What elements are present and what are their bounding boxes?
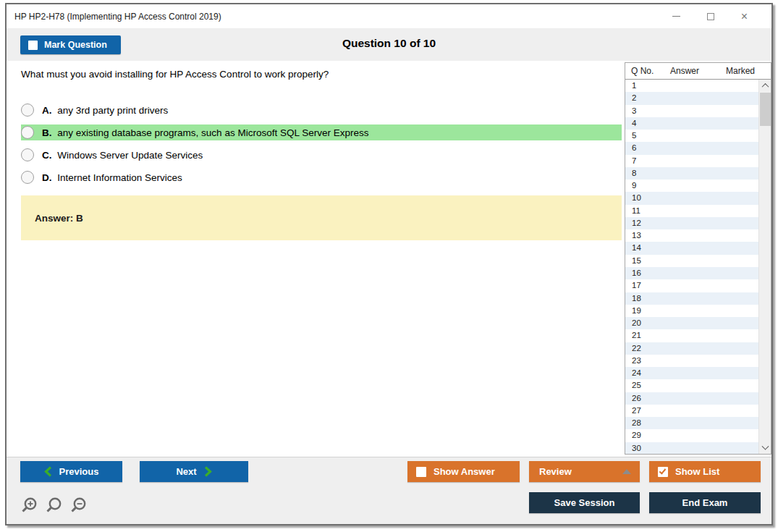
question-list-row[interactable]: 12 bbox=[625, 217, 758, 229]
question-list-panel: Q No. Answer Marked 12345678910111213141… bbox=[625, 62, 771, 455]
question-list-row[interactable]: 25 bbox=[625, 379, 758, 392]
question-list-scrollbar[interactable] bbox=[758, 80, 771, 454]
scroll-down-button[interactable] bbox=[759, 442, 771, 454]
show-list-checkbox[interactable] bbox=[658, 467, 668, 477]
zoom-controls bbox=[20, 497, 88, 515]
question-text: What must you avoid installing for HP Ac… bbox=[21, 69, 625, 80]
column-header-marked: Marked bbox=[726, 66, 755, 76]
minimize-icon bbox=[672, 16, 680, 17]
scrollbar-thumb[interactable] bbox=[760, 93, 771, 126]
question-list-body: 1234567891011121314151617181920212223242… bbox=[625, 80, 771, 454]
question-list-row[interactable]: 26 bbox=[625, 392, 758, 405]
minimize-button[interactable] bbox=[659, 4, 693, 28]
question-list-row[interactable]: 29 bbox=[625, 429, 758, 442]
question-list-row[interactable]: 3 bbox=[625, 105, 758, 117]
close-button[interactable]: × bbox=[727, 4, 761, 28]
question-list-row[interactable]: 22 bbox=[625, 342, 758, 355]
next-button[interactable]: Next bbox=[140, 461, 248, 482]
question-list-row[interactable]: 5 bbox=[625, 130, 758, 142]
option-radio[interactable] bbox=[21, 104, 34, 117]
save-session-label: Save Session bbox=[554, 497, 615, 508]
triangle-up-icon bbox=[622, 469, 631, 474]
window-title: HP HP2-H78 (Implementing HP Access Contr… bbox=[14, 12, 221, 22]
next-label: Next bbox=[176, 466, 196, 477]
end-exam-label: End Exam bbox=[682, 497, 728, 508]
scroll-up-button[interactable] bbox=[759, 80, 771, 91]
review-label: Review bbox=[539, 466, 572, 477]
question-rows: 1234567891011121314151617181920212223242… bbox=[625, 80, 771, 454]
question-list-row[interactable]: 9 bbox=[625, 180, 758, 192]
show-answer-button[interactable]: Show Answer bbox=[407, 461, 520, 482]
scroll-up-icon bbox=[762, 83, 769, 90]
previous-label: Previous bbox=[59, 466, 99, 477]
close-icon: × bbox=[741, 11, 748, 22]
question-list-row[interactable]: 4 bbox=[625, 117, 758, 130]
question-counter: Question 10 of 10 bbox=[7, 37, 771, 50]
question-list-row[interactable]: 23 bbox=[625, 355, 758, 367]
question-list-row[interactable]: 20 bbox=[625, 317, 758, 329]
question-list-row[interactable]: 24 bbox=[625, 367, 758, 379]
option-row-d[interactable]: D. Internet Information Services bbox=[21, 169, 622, 185]
question-list-row[interactable]: 8 bbox=[625, 167, 758, 180]
question-list-row[interactable]: 28 bbox=[625, 417, 758, 429]
question-list-row[interactable]: 1 bbox=[625, 80, 758, 92]
option-radio[interactable] bbox=[21, 148, 34, 161]
option-radio[interactable] bbox=[21, 126, 34, 139]
show-list-button[interactable]: Show List bbox=[649, 461, 761, 482]
question-list-row[interactable]: 18 bbox=[625, 292, 758, 305]
option-label: D. Internet Information Services bbox=[42, 172, 182, 183]
end-exam-button[interactable]: End Exam bbox=[649, 492, 761, 513]
question-list-row[interactable]: 15 bbox=[625, 255, 758, 267]
save-session-button[interactable]: Save Session bbox=[529, 492, 640, 513]
option-row-a[interactable]: A. any 3rd party print drivers bbox=[21, 102, 622, 118]
question-list-row[interactable]: 21 bbox=[625, 329, 758, 342]
answer-text: Answer: B bbox=[35, 213, 83, 224]
previous-button[interactable]: Previous bbox=[20, 461, 122, 482]
question-list-row[interactable]: 14 bbox=[625, 242, 758, 254]
chevron-left-icon bbox=[44, 466, 52, 477]
question-list-row[interactable]: 2 bbox=[625, 92, 758, 104]
maximize-button[interactable] bbox=[693, 4, 727, 28]
check-icon bbox=[659, 467, 667, 474]
question-panel: What must you avoid installing for HP Ac… bbox=[7, 61, 625, 457]
answer-box: Answer: B bbox=[21, 195, 622, 240]
question-list-row[interactable]: 17 bbox=[625, 279, 758, 292]
question-list-row[interactable]: 19 bbox=[625, 305, 758, 317]
question-list-row[interactable]: 10 bbox=[625, 192, 758, 204]
show-list-label: Show List bbox=[675, 466, 719, 477]
review-dropdown-button[interactable]: Review bbox=[529, 461, 640, 482]
zoom-in-icon[interactable] bbox=[20, 497, 38, 515]
content-area: What must you avoid installing for HP Ac… bbox=[7, 61, 771, 457]
zoom-icon[interactable] bbox=[45, 497, 63, 515]
show-answer-checkbox[interactable] bbox=[416, 467, 426, 477]
header-bar: Mark Question Question 10 of 10 bbox=[7, 28, 771, 61]
chevron-right-icon bbox=[204, 466, 212, 477]
column-header-qno: Q No. bbox=[631, 66, 654, 76]
question-list-row[interactable]: 7 bbox=[625, 155, 758, 167]
exam-window: HP HP2-H78 (Implementing HP Access Contr… bbox=[5, 3, 773, 525]
question-list-row[interactable]: 16 bbox=[625, 267, 758, 279]
scroll-down-icon bbox=[762, 442, 769, 449]
maximize-icon bbox=[707, 13, 714, 20]
title-bar: HP HP2-H78 (Implementing HP Access Contr… bbox=[7, 4, 771, 28]
question-list-row[interactable]: 11 bbox=[625, 205, 758, 217]
show-answer-label: Show Answer bbox=[434, 466, 495, 477]
option-row-b[interactable]: B. any existing database programs, such … bbox=[21, 124, 622, 140]
zoom-out-icon[interactable] bbox=[69, 497, 88, 515]
option-row-c[interactable]: C. Windows Server Update Services bbox=[21, 147, 622, 163]
column-header-answer: Answer bbox=[670, 66, 699, 76]
question-list-row[interactable]: 30 bbox=[625, 442, 758, 454]
options-list: A. any 3rd party print driversB. any exi… bbox=[21, 102, 625, 185]
question-list-header: Q No. Answer Marked bbox=[625, 63, 771, 80]
window-controls: × bbox=[659, 4, 761, 28]
question-list-row[interactable]: 13 bbox=[625, 229, 758, 242]
question-list-row[interactable]: 27 bbox=[625, 405, 758, 417]
question-list-row[interactable]: 6 bbox=[625, 142, 758, 154]
footer-bar: Previous Next Show Answer Review Show Li… bbox=[7, 457, 771, 524]
option-label: A. any 3rd party print drivers bbox=[42, 105, 168, 116]
option-label: B. any existing database programs, such … bbox=[42, 127, 368, 138]
option-label: C. Windows Server Update Services bbox=[42, 150, 203, 161]
option-radio[interactable] bbox=[21, 171, 34, 184]
